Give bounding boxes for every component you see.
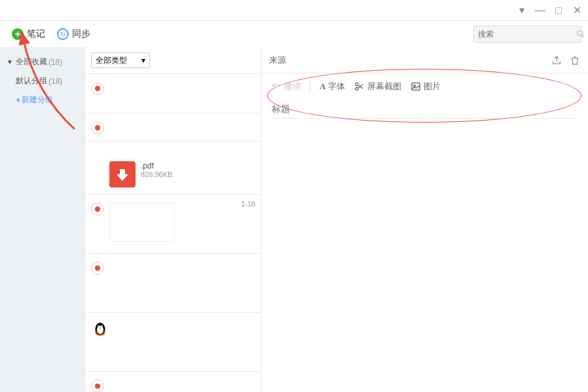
- pdf-attachment: .pdf 828.96KB: [109, 161, 172, 187]
- search-icon: [576, 29, 585, 39]
- avatar-icon: [91, 380, 104, 392]
- qq-penguin-icon: [91, 319, 109, 338]
- list-item[interactable]: [86, 372, 261, 392]
- menu-dropdown-button[interactable]: ▾: [516, 5, 528, 16]
- filter-bar: 全部类型 ▾: [86, 47, 261, 74]
- search-box[interactable]: [473, 26, 581, 43]
- sync-label: 同步: [72, 28, 90, 40]
- list-item[interactable]: 1-18: [86, 195, 261, 254]
- list-item[interactable]: .pdf 828.96KB: [86, 142, 261, 195]
- sidebar-default-group[interactable]: 默认分组 (18): [0, 71, 86, 90]
- separator: [310, 81, 310, 92]
- plus-icon: +: [16, 96, 20, 105]
- screenshot-label: 屏幕截图: [367, 81, 401, 92]
- pdf-ext: .pdf: [141, 161, 172, 170]
- window-controls: ▾ — □ ✕: [516, 5, 583, 16]
- source-label: 来源: [269, 54, 286, 66]
- avatar-icon: [91, 203, 104, 216]
- title-bar: ▾ — □ ✕: [0, 0, 588, 21]
- svg-point-6: [98, 326, 99, 326]
- title-input[interactable]: [272, 100, 578, 119]
- header-left: + 笔记 ↻ 同步: [7, 28, 90, 40]
- pdf-size: 828.96KB: [141, 170, 172, 178]
- list-item[interactable]: [86, 113, 261, 142]
- list-item[interactable]: [86, 74, 261, 113]
- search-input[interactable]: [478, 29, 576, 39]
- thumbnail: [109, 203, 175, 242]
- header: + 笔记 ↻ 同步: [0, 21, 588, 47]
- delete-icon[interactable]: [570, 55, 580, 66]
- image-button[interactable]: 图片: [411, 81, 441, 92]
- screenshot-button[interactable]: 屏幕截图: [354, 81, 401, 92]
- undo-label: 撤消: [284, 81, 301, 92]
- sidebar-all-favorites[interactable]: ▼ 全部收藏 (18): [0, 52, 86, 71]
- pdf-icon: [109, 161, 136, 187]
- svg-point-11: [356, 83, 358, 86]
- sidebar-default-label: 默认分组: [16, 75, 47, 87]
- svg-point-12: [356, 87, 358, 90]
- caret-down-icon: ▼: [7, 58, 13, 66]
- sidebar-new-label: 新建分组: [22, 94, 53, 106]
- maximize-button[interactable]: □: [553, 5, 564, 16]
- main: ▼ 全部收藏 (18) 默认分组 (18) + 新建分组 全部类型 ▾: [0, 47, 588, 392]
- sidebar-all-count: (18): [48, 58, 62, 67]
- svg-point-7: [101, 326, 102, 326]
- avatar-icon: [91, 121, 104, 134]
- close-button[interactable]: ✕: [571, 5, 583, 16]
- svg-point-8: [99, 327, 101, 328]
- sync-icon: ↻: [57, 28, 69, 40]
- svg-line-1: [582, 35, 585, 38]
- svg-point-9: [96, 334, 100, 336]
- image-icon: [411, 81, 421, 92]
- undo-button[interactable]: 撤消: [272, 81, 301, 92]
- pdf-info: .pdf 828.96KB: [141, 161, 172, 187]
- list-item[interactable]: [86, 254, 261, 313]
- svg-point-0: [578, 31, 583, 36]
- chevron-down-icon: ▾: [141, 56, 145, 65]
- item-date: 1-18: [241, 200, 255, 208]
- new-note-button[interactable]: + 笔记: [12, 28, 45, 40]
- font-button[interactable]: A 字体: [320, 81, 345, 92]
- svg-point-16: [414, 85, 416, 87]
- svg-point-10: [101, 334, 104, 336]
- image-label: 图片: [424, 81, 441, 92]
- minimize-button[interactable]: —: [534, 5, 546, 16]
- list-column: 全部类型 ▾ .pdf 828.96KB: [86, 47, 261, 392]
- font-label: 字体: [328, 81, 345, 92]
- sidebar-new-group[interactable]: + 新建分组: [0, 90, 86, 109]
- list-items[interactable]: .pdf 828.96KB 1-18: [86, 74, 261, 392]
- sidebar-all-label: 全部收藏: [16, 56, 47, 68]
- sidebar: ▼ 全部收藏 (18) 默认分组 (18) + 新建分组: [0, 47, 86, 392]
- scissors-icon: [354, 81, 365, 92]
- sidebar-default-count: (18): [48, 77, 62, 86]
- avatar-icon: [91, 82, 104, 95]
- sync-button[interactable]: ↻ 同步: [57, 28, 90, 40]
- new-note-label: 笔记: [27, 28, 45, 40]
- type-filter-select[interactable]: 全部类型 ▾: [91, 52, 150, 68]
- editor-toolbar: 撤消 A 字体 屏幕截图 图片: [261, 73, 588, 100]
- plus-circle-icon: +: [12, 28, 24, 40]
- avatar-icon: [91, 262, 104, 275]
- font-icon: A: [320, 81, 325, 92]
- filter-selected-label: 全部类型: [96, 55, 127, 66]
- content-column: 来源 撤消 A 字体 屏幕截图: [261, 47, 588, 392]
- list-item[interactable]: [86, 313, 261, 372]
- share-icon[interactable]: [551, 55, 562, 66]
- content-header: 来源: [261, 47, 588, 73]
